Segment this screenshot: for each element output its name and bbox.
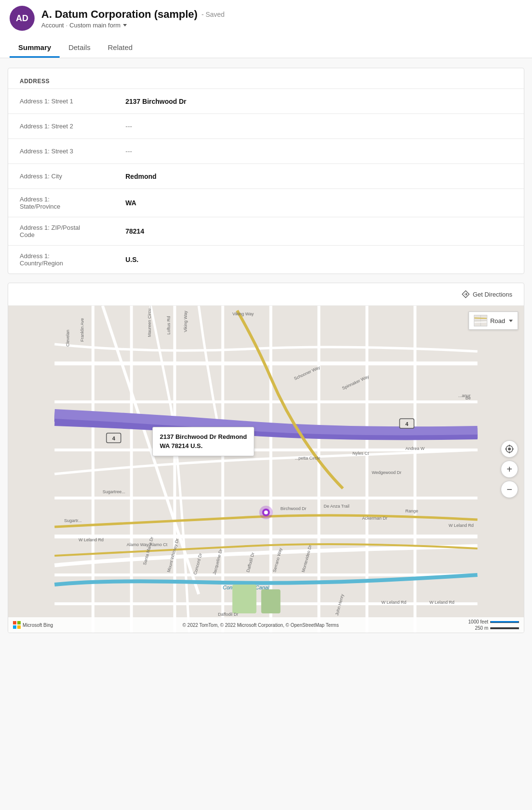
map-card: Get Directions — [8, 283, 524, 633]
header-info: A. Datum Corporation (sample) - Saved Ac… — [41, 8, 224, 29]
saved-status: - Saved — [201, 11, 224, 18]
map-svg: 4 4 Contra Costa Canal Clevelan Franklin… — [8, 306, 524, 633]
svg-line-64 — [474, 322, 487, 323]
field-label-zip: Address 1: ZIP/PostalCode — [20, 224, 125, 238]
svg-text:Range: Range — [406, 509, 419, 513]
bing-label: Microsoft Bing — [23, 623, 53, 628]
svg-text:Wedgewood Dr: Wedgewood Dr — [372, 470, 402, 475]
field-value-street3: --- — [125, 148, 132, 155]
chevron-down-icon — [123, 24, 127, 26]
tooltip-line1: 2137 Birchwood Dr Redmond — [160, 433, 247, 440]
svg-point-58 — [264, 511, 268, 514]
field-value-street2: --- — [125, 123, 132, 130]
header-subtitle: Account · Custom main form — [41, 22, 224, 29]
field-value-zip: 78214 — [125, 227, 144, 235]
map-toolbar: Get Directions — [8, 283, 524, 306]
tab-bar: Summary Details Related — [10, 38, 522, 58]
breadcrumb-account: Account — [41, 22, 64, 29]
breadcrumb-separator: · — [66, 22, 68, 29]
scale-label-2: 250 m — [475, 625, 488, 631]
svg-rect-22 — [261, 589, 281, 613]
svg-text:W Leland Rd: W Leland Rd — [430, 600, 455, 605]
svg-text:Maureen Circu...: Maureen Circu... — [147, 306, 152, 337]
map-type-label: Road — [490, 317, 505, 324]
map-type-chevron-icon — [509, 320, 513, 322]
svg-point-66 — [508, 448, 511, 450]
bing-logo: Microsoft Bing — [13, 621, 53, 629]
svg-text:De Anza Trail: De Anza Trail — [324, 504, 350, 509]
field-row-country: Address 1:Country/Region U.S. — [8, 245, 524, 274]
page-header: AD A. Datum Corporation (sample) - Saved… — [0, 0, 532, 58]
field-value-street1: 2137 Birchwood Dr — [125, 98, 186, 105]
map-zoom-controls: + − — [501, 440, 518, 498]
field-row-state: Address 1:State/Province WA — [8, 188, 524, 217]
svg-text:W Leland Rd: W Leland Rd — [449, 523, 474, 528]
svg-text:Clevelan: Clevelan — [65, 330, 70, 347]
field-label-state: Address 1:State/Province — [20, 196, 125, 210]
bing-sq-red — [13, 621, 16, 624]
field-row-street1: Address 1: Street 1 2137 Birchwood Dr — [8, 88, 524, 113]
tooltip-line2: WA 78214 U.S. — [160, 442, 202, 449]
tab-summary[interactable]: Summary — [10, 38, 60, 58]
map-copyright: © 2022 TomTom, © 2022 Microsoft Corporat… — [183, 623, 339, 628]
field-row-city: Address 1: City Redmond — [8, 163, 524, 188]
scale-label-1: 1000 feet — [468, 619, 488, 624]
scale-bar-meters — [490, 627, 519, 629]
svg-rect-21 — [233, 585, 257, 613]
zoom-in-button[interactable]: + — [501, 461, 518, 478]
bing-sq-yellow — [17, 625, 21, 629]
page-title: A. Datum Corporation (sample) — [41, 8, 198, 21]
svg-text:Sugartr...: Sugartr... — [64, 518, 82, 523]
location-icon — [505, 445, 514, 453]
map-type-icon — [474, 315, 487, 326]
svg-text:Viking Way: Viking Way — [183, 311, 188, 332]
address-card: ADDRESS Address 1: Street 1 2137 Birchwo… — [8, 68, 524, 274]
svg-text:4: 4 — [112, 436, 115, 441]
svg-text:Loftus Rd: Loftus Rd — [166, 316, 171, 335]
map-scale: 1000 feet 250 m — [468, 619, 519, 631]
svg-text:4: 4 — [405, 421, 408, 427]
breadcrumb-form: Custom main form — [70, 22, 121, 29]
field-value-state: WA — [125, 199, 136, 207]
zoom-out-button[interactable]: − — [501, 481, 518, 498]
tab-related[interactable]: Related — [99, 38, 141, 58]
map-address-tooltip: 2137 Birchwood Dr Redmond WA 78214 U.S. — [152, 427, 254, 456]
svg-text:Viking Way: Viking Way — [233, 312, 254, 316]
bing-sq-green — [17, 621, 21, 624]
svg-text:Be: Be — [466, 396, 471, 400]
svg-text:Sugartree...: Sugartree... — [103, 489, 125, 494]
svg-text:W Leland Rd: W Leland Rd — [79, 537, 104, 542]
field-label-street2: Address 1: Street 2 — [20, 123, 125, 130]
svg-text:...petta Circle: ...petta Circle — [295, 456, 321, 461]
get-directions-label: Get Directions — [473, 291, 512, 298]
svg-text:Daffodil Dr: Daffodil Dr — [218, 612, 238, 617]
field-label-street3: Address 1: Street 3 — [20, 148, 125, 155]
svg-text:Franklin Ave: Franklin Ave — [80, 318, 85, 342]
svg-text:Nyles Ct: Nyles Ct — [353, 451, 370, 456]
address-section-title: ADDRESS — [8, 68, 524, 88]
svg-text:Andrea W: Andrea W — [406, 446, 425, 451]
bing-sq-blue — [13, 625, 16, 629]
map-container[interactable]: 4 4 Contra Costa Canal Clevelan Franklin… — [8, 306, 524, 633]
svg-line-63 — [474, 318, 487, 319]
tab-details[interactable]: Details — [60, 38, 99, 58]
field-label-city: Address 1: City — [20, 173, 125, 180]
field-row-street3: Address 1: Street 3 --- — [8, 138, 524, 163]
location-button[interactable] — [501, 440, 518, 458]
field-label-country: Address 1:Country/Region — [20, 252, 125, 267]
field-value-country: U.S. — [125, 256, 138, 263]
bing-squares-icon — [13, 621, 21, 629]
field-label-street1: Address 1: Street 1 — [20, 98, 125, 105]
field-value-city: Redmond — [125, 173, 157, 180]
field-row-street2: Address 1: Street 2 --- — [8, 113, 524, 138]
scale-bar-feet — [490, 621, 519, 623]
main-content: ADDRESS Address 1: Street 1 2137 Birchwo… — [0, 58, 532, 643]
field-row-zip: Address 1: ZIP/PostalCode 78214 — [8, 217, 524, 245]
avatar: AD — [10, 6, 35, 31]
map-type-selector[interactable]: Road — [469, 312, 518, 330]
get-directions-button[interactable]: Get Directions — [458, 288, 516, 300]
form-dropdown[interactable]: Custom main form — [70, 22, 127, 29]
directions-icon — [461, 290, 470, 299]
svg-text:Ackerman Dr: Ackerman Dr — [362, 516, 388, 521]
svg-text:W Leland Rd: W Leland Rd — [382, 600, 407, 605]
